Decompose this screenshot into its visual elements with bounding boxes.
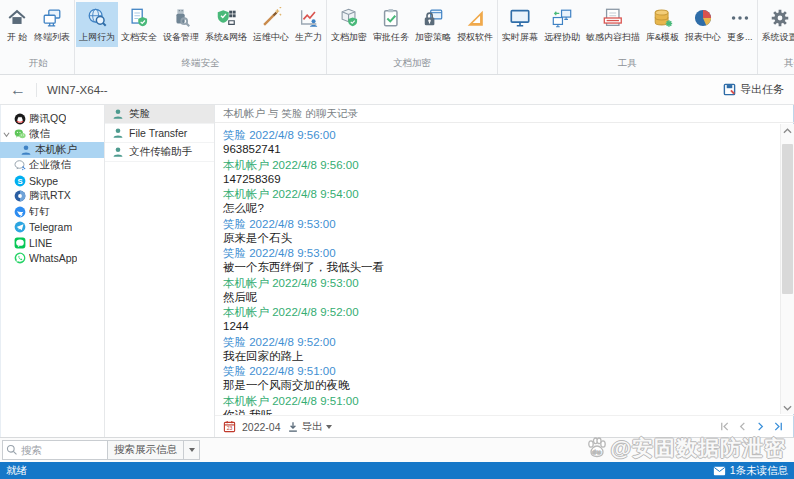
ribbon-item-ops-center[interactable]: 运维中心 [250, 2, 292, 47]
secondary-toolbar: ← WIN7-X64-- 导出任务 [0, 75, 794, 105]
expand-chevron-icon [3, 131, 11, 138]
last-page-icon[interactable] [773, 421, 784, 432]
message-text: 怎么呢? [223, 201, 770, 216]
ribbon-item-productivity[interactable]: 生产力 [292, 2, 325, 47]
chat-scrollbar[interactable] [780, 124, 794, 414]
sidebar-item-telegram[interactable]: Telegram [0, 220, 104, 236]
chat-export-button[interactable]: 导出 [287, 420, 332, 434]
ribbon-item-label: 加密策略 [415, 31, 451, 44]
ribbon-item-report-center[interactable]: 报表中心 [682, 2, 724, 47]
calendar-icon[interactable]: 23 [223, 420, 236, 433]
svg-text:23: 23 [227, 425, 233, 431]
ribbon-item-label: 终端列表 [34, 31, 70, 44]
prev-page-icon[interactable] [737, 421, 748, 432]
envelope-icon [713, 466, 726, 476]
chat-export-label: 导出 [302, 420, 323, 434]
ribbon-item-device-management[interactable]: 设备管理 [160, 2, 202, 47]
export-task-button[interactable]: 导出任务 [723, 82, 784, 97]
chat-message: 本机帐户 2022/4/8 9:52:00 1244 [223, 305, 770, 334]
back-button[interactable]: ← [10, 82, 26, 98]
message-text: 我在回家的路上 [223, 349, 770, 364]
search-input[interactable] [21, 444, 104, 456]
search-display-button[interactable]: 搜索展示信息 [108, 440, 184, 460]
ribbon-item-doc-encryption[interactable]: 文档加密 [328, 2, 370, 47]
sidebar-item-account-person[interactable]: 本机帐户 [0, 142, 104, 158]
contact-name: 笑脸 [129, 107, 150, 121]
sidebar-item-wechat[interactable]: 微信 [0, 127, 104, 143]
chat-message: 本机帐户 2022/4/8 9:54:00 怎么呢? [223, 187, 770, 216]
whatsapp-icon [14, 252, 26, 264]
sidebar-item-whatsapp[interactable]: WhatsApp [0, 251, 104, 267]
account-person-icon [20, 144, 32, 156]
contact-item[interactable]: 文件传输助手 [105, 143, 214, 162]
ribbon-item-label: 审批任务 [373, 31, 409, 44]
ribbon-item-encryption-policy[interactable]: 加密策略 [412, 2, 454, 47]
skype-icon: S [14, 175, 26, 187]
approval-task-icon [380, 7, 402, 29]
pagination [719, 421, 784, 432]
ribbon-item-authorized-software[interactable]: 授权软件 [454, 2, 496, 47]
scroll-down-icon[interactable] [781, 401, 794, 414]
search-display-dropdown[interactable] [184, 440, 200, 460]
ribbon-item-home[interactable]: 开 始 [3, 2, 31, 47]
report-center-icon [692, 7, 714, 29]
sidebar-item-dingtalk[interactable]: 钉钉 [0, 204, 104, 220]
ribbon-item-more[interactable]: 更多... [724, 2, 756, 47]
chat-footer: 23 2022-04 导出 [215, 415, 794, 437]
message-text: 1244 [223, 319, 770, 334]
chat-messages: 笑脸 2022/4/8 9:56:00 963852741 本机帐户 2022/… [215, 123, 794, 415]
contact-item[interactable]: 笑脸 [105, 105, 214, 124]
contact-name: File Transfer [129, 127, 187, 139]
ribbon-item-settings[interactable]: 系统设置 [759, 2, 794, 47]
contact-item[interactable]: File Transfer [105, 124, 214, 143]
ribbon-item-terminal-list[interactable]: 终端列表 [31, 2, 73, 47]
sidebar-item-rtx[interactable]: 腾讯RTX [0, 189, 104, 205]
search-bar: 搜索展示信息 [0, 437, 794, 462]
ribbon-item-document-security[interactable]: 文档安全 [118, 2, 160, 47]
sidebar-item-skype[interactable]: S Skype [0, 173, 104, 189]
sidebar-item-label: 腾讯QQ [29, 112, 66, 126]
message-sender-time: 笑脸 2022/4/8 9:56:00 [223, 128, 770, 142]
message-sender-time: 笑脸 2022/4/8 9:52:00 [223, 335, 770, 349]
next-page-icon[interactable] [755, 421, 766, 432]
sidebar-item-label: WhatsApp [29, 252, 77, 264]
ribbon-item-label: 系统&网络 [205, 31, 247, 44]
chat-message: 笑脸 2022/4/8 9:53:00 原来是个石头 [223, 217, 770, 246]
telegram-icon [14, 221, 26, 233]
ribbon-item-internet-behavior[interactable]: 上网行为 [76, 2, 118, 47]
first-page-icon[interactable] [719, 421, 730, 432]
sidebar-item-qq[interactable]: 腾讯QQ [0, 111, 104, 127]
sensitive-scan-icon [602, 7, 624, 29]
doc-encryption-icon [338, 7, 360, 29]
person-icon [112, 127, 124, 139]
dingtalk-icon [14, 206, 26, 218]
ribbon: 开 始 终端列表 开始 上网行为 文档安全 设备管理 系统&网络 运维中心 生产… [0, 0, 794, 75]
chat-month-filter[interactable]: 2022-04 [242, 421, 281, 433]
ops-center-icon [260, 7, 282, 29]
ribbon-item-label: 系统设置 [762, 31, 794, 44]
chat-message: 本机帐户 2022/4/8 9:56:00 147258369 [223, 158, 770, 187]
ribbon-item-remote-assist[interactable]: 远程协助 [541, 2, 583, 47]
ribbon-item-realtime-screen[interactable]: 实时屏幕 [499, 2, 541, 47]
app-sidebar: 腾讯QQ 微信 本机帐户 企业微信 S Skype 腾讯RTX 钉钉 Teleg… [0, 105, 105, 437]
ribbon-item-label: 运维中心 [253, 31, 289, 44]
scrollbar-thumb[interactable] [782, 144, 793, 294]
sidebar-item-label: 本机帐户 [35, 143, 77, 157]
search-input-wrap [2, 440, 108, 460]
sidebar-item-wecom[interactable]: 企业微信 [0, 158, 104, 174]
ribbon-group-label: 终端安全 [76, 56, 325, 74]
download-icon [287, 421, 299, 433]
sidebar-item-label: 腾讯RTX [29, 189, 71, 203]
ribbon-item-approval-task[interactable]: 审批任务 [370, 2, 412, 47]
scroll-up-icon[interactable] [781, 124, 794, 137]
ribbon-item-sensitive-scan[interactable]: 敏感内容扫描 [583, 2, 643, 47]
ribbon-item-label: 更多... [727, 31, 753, 44]
ribbon-item-system-network[interactable]: 系统&网络 [202, 2, 250, 47]
ribbon-item-label: 敏感内容扫描 [586, 31, 640, 44]
sidebar-item-line[interactable]: LINE [0, 235, 104, 251]
status-text: 就绪 [6, 464, 27, 478]
ribbon-item-library-template[interactable]: 库&模板 [643, 2, 682, 47]
unread-message-indicator[interactable]: 1条未读信息 [713, 464, 788, 478]
message-sender-time: 笑脸 2022/4/8 9:51:00 [223, 364, 770, 378]
ribbon-group-label: 开始 [3, 56, 73, 74]
